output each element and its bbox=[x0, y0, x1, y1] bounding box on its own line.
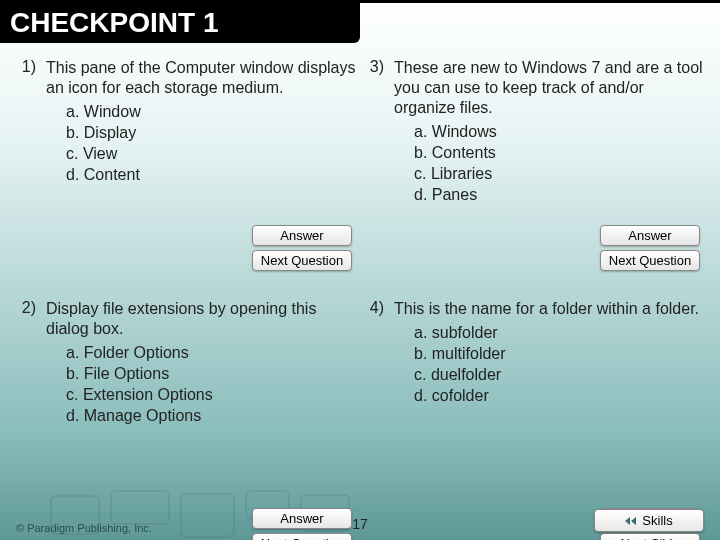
questions-grid: 1) This pane of the Computer window disp… bbox=[0, 58, 720, 508]
question-options: a. Window b. Display c. View d. Content bbox=[46, 102, 356, 185]
question-options: a. Folder Options b. File Options c. Ext… bbox=[46, 343, 356, 426]
question-text: This is the name for a folder within a f… bbox=[394, 299, 704, 319]
copyright-text: © Paradigm Publishing, Inc. bbox=[16, 522, 152, 534]
question-3: 3) These are new to Windows 7 and are a … bbox=[364, 58, 704, 287]
back-arrow-icon bbox=[625, 517, 636, 525]
page-title: CHECKPOINT 1 bbox=[0, 3, 360, 43]
question-number: 3) bbox=[364, 58, 384, 287]
question-text: Display file extensions by opening this … bbox=[46, 299, 356, 339]
next-question-button[interactable]: Next Question bbox=[600, 250, 700, 271]
question-1: 1) This pane of the Computer window disp… bbox=[16, 58, 356, 287]
question-text: These are new to Windows 7 and are a too… bbox=[394, 58, 704, 118]
question-options: a. subfolder b. multifolder c. duelfolde… bbox=[394, 323, 704, 406]
next-question-button[interactable]: Next Question bbox=[252, 250, 352, 271]
answer-button[interactable]: Answer bbox=[252, 225, 352, 246]
skills-label: Skills bbox=[642, 513, 672, 528]
question-options: a. Windows b. Contents c. Libraries d. P… bbox=[394, 122, 704, 205]
next-question-button[interactable]: Next Question bbox=[252, 533, 352, 540]
question-number: 4) bbox=[364, 299, 384, 508]
question-4: 4) This is the name for a folder within … bbox=[364, 299, 704, 508]
skills-button[interactable]: Skills bbox=[594, 509, 704, 532]
question-number: 2) bbox=[16, 299, 36, 508]
question-text: This pane of the Computer window display… bbox=[46, 58, 356, 98]
answer-button[interactable]: Answer bbox=[600, 225, 700, 246]
question-number: 1) bbox=[16, 58, 36, 287]
next-slide-button[interactable]: Next Slide bbox=[600, 533, 700, 540]
page-number: 17 bbox=[352, 516, 368, 532]
question-2: 2) Display file extensions by opening th… bbox=[16, 299, 356, 508]
